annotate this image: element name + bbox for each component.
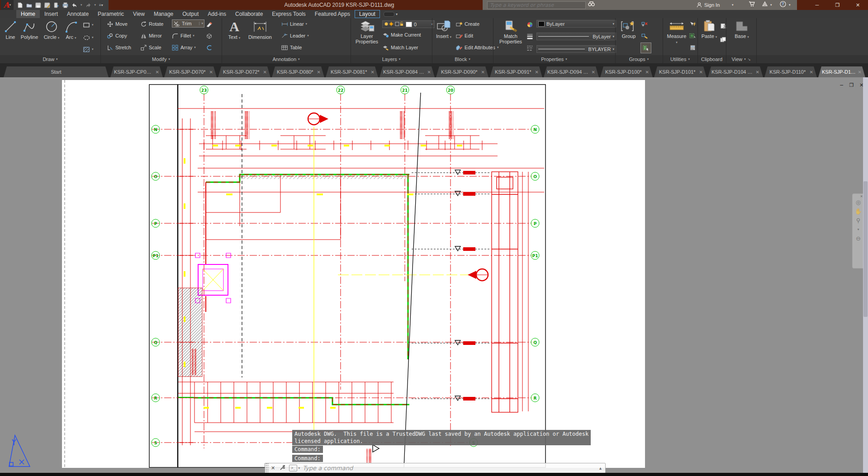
edit-block-button[interactable]: Edit	[456, 32, 473, 40]
file-tab[interactable]: KSR-SJP-D101* ✕	[654, 66, 707, 77]
group-button[interactable]: Group	[619, 20, 639, 39]
file-tab[interactable]: KSR-SJP-D072* ✕	[218, 66, 270, 77]
redo-icon[interactable]	[85, 2, 91, 8]
ribbon-tab[interactable]: Add-ins	[203, 10, 231, 18]
line-button[interactable]: Line	[3, 20, 18, 40]
file-tab[interactable]: KSR-SJP-D080* ✕	[272, 66, 324, 77]
select-similar-icon[interactable]	[689, 32, 696, 40]
lineweight-dropdown[interactable]: ByLayer▾	[536, 33, 616, 40]
help-dropdown-icon[interactable]: ▾	[789, 3, 791, 7]
tab-close-icon[interactable]: ✕	[645, 70, 649, 75]
tab-close-icon[interactable]: ✕	[371, 70, 375, 75]
ribbon-tab[interactable]: Layout	[355, 10, 380, 18]
autodesk-app-icon[interactable]	[762, 1, 768, 8]
explode-icon[interactable]	[206, 32, 213, 40]
layer-properties-button[interactable]: Layer Properties	[354, 20, 380, 44]
quick-select-icon[interactable]	[689, 20, 696, 28]
vertical-scrollbar[interactable]	[863, 77, 868, 473]
save-icon[interactable]	[35, 2, 41, 8]
trim-button[interactable]: Trim▾	[172, 19, 204, 28]
array-button[interactable]: Array▾	[172, 43, 196, 52]
ribbon-display-toggle[interactable]: ▾	[384, 10, 398, 18]
navigation-bar[interactable]: ✕ ◎ ✋ ⚲ ▾ ⊖	[852, 193, 864, 269]
navbar-collapse-icon[interactable]: ⊖	[856, 236, 861, 241]
qat-customize-icon[interactable]: ≡▾	[99, 3, 103, 7]
match-layer-button[interactable]: Match Layer	[382, 43, 418, 52]
color-wheel-icon[interactable]	[526, 20, 533, 28]
tab-close-icon[interactable]: ✕	[263, 70, 267, 75]
layer-dropdown[interactable]: 0▾	[382, 20, 435, 28]
tab-close-icon[interactable]: ✕	[858, 70, 862, 75]
viewport-restore-button[interactable]: ❐	[849, 82, 854, 88]
scale-button[interactable]: Scale	[140, 43, 161, 52]
scrollbar-thumb[interactable]	[863, 181, 868, 317]
tab-close-icon[interactable]: ✕	[810, 70, 813, 75]
insert-button[interactable]: Insert ▾	[434, 20, 453, 40]
layers-panel-label[interactable]: Layers▾	[351, 55, 432, 63]
file-tab[interactable]: KSR-SJP-D110* ✕	[764, 66, 817, 77]
erase-icon[interactable]	[206, 20, 213, 28]
object-color-dropdown[interactable]: ByLayer▾	[536, 20, 616, 28]
measure-button[interactable]: Measure ▾	[666, 20, 688, 45]
join-icon[interactable]	[206, 43, 213, 52]
help-icon[interactable]: ?	[780, 1, 786, 9]
print-icon[interactable]	[62, 2, 68, 8]
file-tab[interactable]: KSR-SJP-D091* ✕	[490, 66, 542, 77]
command-bar-grip[interactable]	[265, 463, 269, 473]
sign-in-area[interactable]: Sign In	[697, 0, 720, 10]
recent-commands-dropdown-icon[interactable]: ▾	[298, 466, 300, 470]
open-folder-icon[interactable]	[26, 2, 32, 8]
command-prompt-icon[interactable]: >_	[289, 465, 297, 471]
redo-dropdown-icon[interactable]: ▾	[95, 3, 96, 7]
autocad-logo[interactable]: A▾	[1, 0, 14, 10]
base-button[interactable]: Base ▾	[732, 20, 752, 40]
file-tab[interactable]: KSR-SJP-D111 ✕	[818, 66, 865, 77]
view-panel-label[interactable]: View▾↘	[726, 55, 756, 63]
linear-dimension-button[interactable]: Linear▾	[281, 20, 307, 28]
clipboard-panel-label[interactable]: Clipboard	[697, 55, 726, 63]
navbar-close-icon[interactable]: ✕	[860, 194, 863, 198]
tab-close-icon[interactable]: ✕	[156, 70, 159, 75]
ribbon-tab[interactable]: Collaborate	[231, 10, 267, 18]
pan-hand-icon[interactable]: ✋	[854, 208, 862, 214]
app-store-cart-icon[interactable]	[749, 1, 755, 8]
save-as-icon[interactable]	[44, 2, 50, 8]
ribbon-tab[interactable]: Annotate	[62, 10, 93, 18]
hatch-tool-icon[interactable]: ▾	[83, 45, 94, 53]
file-tab[interactable]: KSR-SJP-D104 D2* ✕	[708, 66, 763, 77]
zoom-extents-icon[interactable]: ⚲	[856, 217, 861, 223]
dimension-button[interactable]: Dimension	[245, 20, 275, 40]
quick-calculator-icon[interactable]	[689, 43, 696, 52]
file-tab[interactable]: KSR-SJP-D084 D3* ✕	[379, 66, 435, 77]
viewport-minimize-button[interactable]: ─	[839, 82, 844, 88]
search-box[interactable]	[487, 1, 586, 9]
undo-icon[interactable]	[71, 2, 77, 8]
file-tab[interactable]: KSR-SJP-CP084* ✕	[110, 66, 163, 77]
file-tab[interactable]: KSR-SJP-D081* ✕	[326, 66, 378, 77]
steering-wheel-icon[interactable]: ◎	[856, 199, 861, 205]
ungroup-icon[interactable]	[641, 20, 648, 28]
create-block-button[interactable]: Create	[456, 20, 479, 28]
command-line-bar[interactable]: ✕ >_ ▾ ▲	[265, 463, 606, 473]
edit-attributes-button[interactable]: Edit Attributes▾	[456, 43, 498, 52]
sign-in-label[interactable]: Sign In	[704, 2, 720, 8]
file-tab[interactable]: KSR-SJP-D090* ✕	[436, 66, 489, 77]
mirror-button[interactable]: Mirror	[140, 32, 162, 40]
make-current-button[interactable]: Make Current	[382, 31, 421, 39]
tab-close-icon[interactable]: ✕	[756, 70, 759, 75]
undo-dropdown-icon[interactable]: ▾	[81, 3, 82, 7]
tab-close-icon[interactable]: ✕	[481, 70, 485, 75]
ribbon-tab[interactable]: Home	[16, 10, 40, 18]
tab-close-icon[interactable]: ✕	[535, 70, 539, 75]
arc-button[interactable]: Arc ▾	[63, 20, 79, 41]
search-binoculars-icon[interactable]	[588, 1, 595, 8]
minimize-button[interactable]: ─	[807, 0, 827, 10]
restore-button[interactable]: ❐	[827, 0, 848, 10]
ribbon-tab[interactable]: View	[128, 10, 149, 18]
rectangle-tool-icon[interactable]: ▾	[83, 21, 94, 29]
modify-panel-label[interactable]: Modify▾	[100, 55, 222, 63]
paste-button[interactable]: Paste ▾	[700, 20, 718, 40]
match-properties-button[interactable]: Match Properties	[497, 20, 525, 44]
ribbon-tab[interactable]: Express Tools	[267, 10, 310, 18]
linetype-dropdown[interactable]: BYLAYER▾	[536, 45, 616, 53]
